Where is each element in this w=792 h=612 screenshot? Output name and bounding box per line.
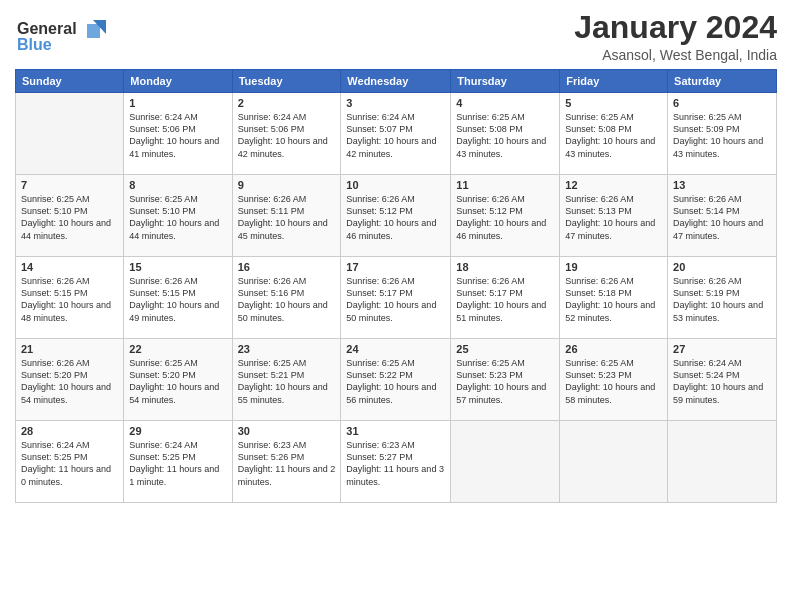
col-wednesday: Wednesday (341, 70, 451, 93)
day-number: 17 (346, 261, 445, 273)
calendar-cell: 31Sunrise: 6:23 AM Sunset: 5:27 PM Dayli… (341, 421, 451, 503)
day-info: Sunrise: 6:26 AM Sunset: 5:19 PM Dayligh… (673, 275, 771, 324)
day-info: Sunrise: 6:26 AM Sunset: 5:20 PM Dayligh… (21, 357, 118, 406)
calendar-cell (451, 421, 560, 503)
day-info: Sunrise: 6:25 AM Sunset: 5:09 PM Dayligh… (673, 111, 771, 160)
calendar-cell: 6Sunrise: 6:25 AM Sunset: 5:09 PM Daylig… (668, 93, 777, 175)
day-number: 25 (456, 343, 554, 355)
calendar-cell (16, 93, 124, 175)
svg-marker-2 (87, 24, 100, 38)
day-number: 4 (456, 97, 554, 109)
day-number: 22 (129, 343, 226, 355)
day-number: 11 (456, 179, 554, 191)
day-number: 7 (21, 179, 118, 191)
col-thursday: Thursday (451, 70, 560, 93)
calendar-cell: 3Sunrise: 6:24 AM Sunset: 5:07 PM Daylig… (341, 93, 451, 175)
day-number: 27 (673, 343, 771, 355)
calendar-cell: 14Sunrise: 6:26 AM Sunset: 5:15 PM Dayli… (16, 257, 124, 339)
day-info: Sunrise: 6:24 AM Sunset: 5:07 PM Dayligh… (346, 111, 445, 160)
day-number: 21 (21, 343, 118, 355)
day-number: 3 (346, 97, 445, 109)
day-info: Sunrise: 6:25 AM Sunset: 5:08 PM Dayligh… (456, 111, 554, 160)
calendar-cell: 24Sunrise: 6:25 AM Sunset: 5:22 PM Dayli… (341, 339, 451, 421)
calendar-cell: 29Sunrise: 6:24 AM Sunset: 5:25 PM Dayli… (124, 421, 232, 503)
week-row-0: 1Sunrise: 6:24 AM Sunset: 5:06 PM Daylig… (16, 93, 777, 175)
day-info: Sunrise: 6:25 AM Sunset: 5:21 PM Dayligh… (238, 357, 336, 406)
day-info: Sunrise: 6:24 AM Sunset: 5:06 PM Dayligh… (129, 111, 226, 160)
calendar-cell: 20Sunrise: 6:26 AM Sunset: 5:19 PM Dayli… (668, 257, 777, 339)
day-info: Sunrise: 6:25 AM Sunset: 5:23 PM Dayligh… (456, 357, 554, 406)
day-number: 20 (673, 261, 771, 273)
page-container: General Blue January 2024 Asansol, West … (0, 0, 792, 513)
calendar-cell: 22Sunrise: 6:25 AM Sunset: 5:20 PM Dayli… (124, 339, 232, 421)
calendar-cell: 7Sunrise: 6:25 AM Sunset: 5:10 PM Daylig… (16, 175, 124, 257)
calendar-cell: 2Sunrise: 6:24 AM Sunset: 5:06 PM Daylig… (232, 93, 341, 175)
day-number: 30 (238, 425, 336, 437)
col-friday: Friday (560, 70, 668, 93)
col-tuesday: Tuesday (232, 70, 341, 93)
logo-svg: General Blue (15, 16, 110, 58)
week-row-4: 28Sunrise: 6:24 AM Sunset: 5:25 PM Dayli… (16, 421, 777, 503)
day-number: 15 (129, 261, 226, 273)
subtitle: Asansol, West Bengal, India (574, 47, 777, 63)
day-info: Sunrise: 6:25 AM Sunset: 5:20 PM Dayligh… (129, 357, 226, 406)
calendar-cell: 5Sunrise: 6:25 AM Sunset: 5:08 PM Daylig… (560, 93, 668, 175)
day-number: 26 (565, 343, 662, 355)
day-number: 31 (346, 425, 445, 437)
day-number: 16 (238, 261, 336, 273)
day-info: Sunrise: 6:26 AM Sunset: 5:12 PM Dayligh… (456, 193, 554, 242)
calendar-cell: 23Sunrise: 6:25 AM Sunset: 5:21 PM Dayli… (232, 339, 341, 421)
day-info: Sunrise: 6:24 AM Sunset: 5:25 PM Dayligh… (129, 439, 226, 488)
day-info: Sunrise: 6:23 AM Sunset: 5:27 PM Dayligh… (346, 439, 445, 488)
calendar-cell: 17Sunrise: 6:26 AM Sunset: 5:17 PM Dayli… (341, 257, 451, 339)
col-monday: Monday (124, 70, 232, 93)
day-info: Sunrise: 6:25 AM Sunset: 5:22 PM Dayligh… (346, 357, 445, 406)
month-title: January 2024 (574, 10, 777, 45)
day-info: Sunrise: 6:26 AM Sunset: 5:14 PM Dayligh… (673, 193, 771, 242)
day-info: Sunrise: 6:26 AM Sunset: 5:13 PM Dayligh… (565, 193, 662, 242)
logo: General Blue (15, 16, 110, 62)
calendar-cell (560, 421, 668, 503)
calendar-cell: 18Sunrise: 6:26 AM Sunset: 5:17 PM Dayli… (451, 257, 560, 339)
day-info: Sunrise: 6:23 AM Sunset: 5:26 PM Dayligh… (238, 439, 336, 488)
calendar-cell: 26Sunrise: 6:25 AM Sunset: 5:23 PM Dayli… (560, 339, 668, 421)
svg-text:General: General (17, 20, 77, 37)
calendar-cell: 12Sunrise: 6:26 AM Sunset: 5:13 PM Dayli… (560, 175, 668, 257)
calendar-cell: 27Sunrise: 6:24 AM Sunset: 5:24 PM Dayli… (668, 339, 777, 421)
calendar-cell (668, 421, 777, 503)
day-number: 10 (346, 179, 445, 191)
day-info: Sunrise: 6:25 AM Sunset: 5:23 PM Dayligh… (565, 357, 662, 406)
day-number: 5 (565, 97, 662, 109)
day-info: Sunrise: 6:26 AM Sunset: 5:12 PM Dayligh… (346, 193, 445, 242)
day-number: 6 (673, 97, 771, 109)
day-number: 14 (21, 261, 118, 273)
day-info: Sunrise: 6:26 AM Sunset: 5:16 PM Dayligh… (238, 275, 336, 324)
header: General Blue January 2024 Asansol, West … (15, 10, 777, 63)
calendar-cell: 11Sunrise: 6:26 AM Sunset: 5:12 PM Dayli… (451, 175, 560, 257)
col-saturday: Saturday (668, 70, 777, 93)
day-info: Sunrise: 6:24 AM Sunset: 5:06 PM Dayligh… (238, 111, 336, 160)
day-info: Sunrise: 6:25 AM Sunset: 5:10 PM Dayligh… (129, 193, 226, 242)
calendar-cell: 15Sunrise: 6:26 AM Sunset: 5:15 PM Dayli… (124, 257, 232, 339)
day-info: Sunrise: 6:26 AM Sunset: 5:17 PM Dayligh… (456, 275, 554, 324)
col-sunday: Sunday (16, 70, 124, 93)
day-info: Sunrise: 6:24 AM Sunset: 5:25 PM Dayligh… (21, 439, 118, 488)
day-number: 18 (456, 261, 554, 273)
day-info: Sunrise: 6:25 AM Sunset: 5:10 PM Dayligh… (21, 193, 118, 242)
day-info: Sunrise: 6:25 AM Sunset: 5:08 PM Dayligh… (565, 111, 662, 160)
day-info: Sunrise: 6:24 AM Sunset: 5:24 PM Dayligh… (673, 357, 771, 406)
title-block: January 2024 Asansol, West Bengal, India (574, 10, 777, 63)
calendar-cell: 8Sunrise: 6:25 AM Sunset: 5:10 PM Daylig… (124, 175, 232, 257)
day-number: 8 (129, 179, 226, 191)
day-info: Sunrise: 6:26 AM Sunset: 5:17 PM Dayligh… (346, 275, 445, 324)
day-info: Sunrise: 6:26 AM Sunset: 5:18 PM Dayligh… (565, 275, 662, 324)
day-number: 1 (129, 97, 226, 109)
svg-text:Blue: Blue (17, 36, 52, 53)
day-number: 13 (673, 179, 771, 191)
calendar-cell: 19Sunrise: 6:26 AM Sunset: 5:18 PM Dayli… (560, 257, 668, 339)
calendar-table: Sunday Monday Tuesday Wednesday Thursday… (15, 69, 777, 503)
calendar-cell: 13Sunrise: 6:26 AM Sunset: 5:14 PM Dayli… (668, 175, 777, 257)
header-row: Sunday Monday Tuesday Wednesday Thursday… (16, 70, 777, 93)
calendar-cell: 16Sunrise: 6:26 AM Sunset: 5:16 PM Dayli… (232, 257, 341, 339)
week-row-1: 7Sunrise: 6:25 AM Sunset: 5:10 PM Daylig… (16, 175, 777, 257)
